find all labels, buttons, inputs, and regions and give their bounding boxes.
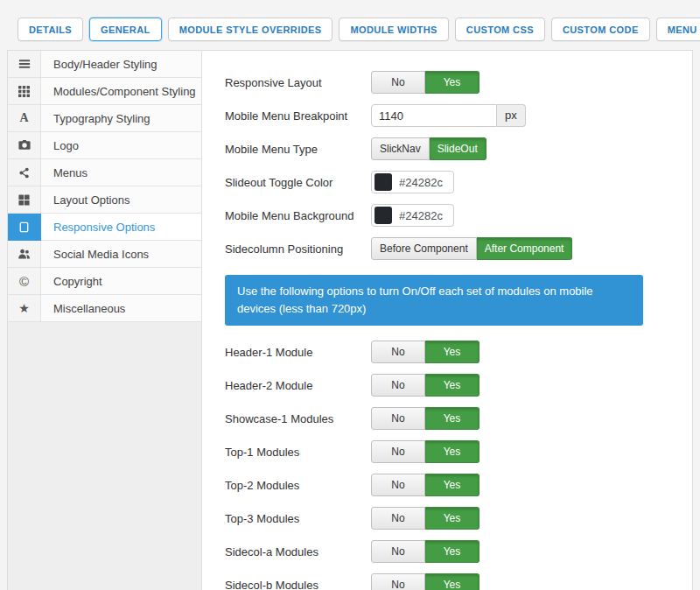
tab-custom-css[interactable]: CUSTOM CSS	[455, 18, 545, 41]
field-row-showcase-1-modules: Showcase-1 ModulesNoYes	[225, 407, 643, 430]
toggle-option-no[interactable]: No	[371, 540, 425, 563]
toggle-option-yes[interactable]: Yes	[425, 440, 480, 463]
sidebar-item-typography-styling[interactable]: ATypography Styling	[8, 105, 201, 132]
color-value: #24282c	[399, 176, 443, 189]
toggle-option-yes[interactable]: Yes	[425, 573, 480, 590]
toggle-option-before-component[interactable]: Before Component	[371, 237, 477, 260]
toggle-option-no[interactable]: No	[371, 341, 425, 363]
slideout-toggle-color-color-field[interactable]: #24282c	[371, 171, 454, 193]
tab-module-widths[interactable]: MODULE WIDTHS	[339, 18, 448, 41]
template-options-card: Body/Header StylingModules/Component Sty…	[7, 50, 693, 590]
field-label: Top-3 Modules	[225, 512, 371, 525]
field-row-top-3-modules: Top-3 ModulesNoYes	[225, 507, 643, 530]
field-row-responsive-layout: Responsive LayoutNoYes	[225, 71, 643, 94]
field-row-header-2-module: Header-2 ModuleNoYes	[225, 374, 643, 397]
sidebar-item-label: Miscellaneous	[41, 295, 201, 322]
field-row-top-1-modules: Top-1 ModulesNoYes	[225, 440, 643, 463]
toggle-option-no[interactable]: No	[371, 374, 425, 397]
field-label: Header-1 Module	[225, 346, 371, 359]
field-row-slideout-toggle-color: Slideout Toggle Color#24282c	[225, 171, 643, 193]
bars-icon	[8, 51, 41, 78]
tablet-icon	[8, 214, 41, 241]
responsive-layout-toggle: NoYes	[371, 71, 480, 94]
camera-icon	[8, 132, 41, 159]
tab-custom-code[interactable]: CUSTOM CODE	[551, 18, 650, 41]
sidebar-item-label: Menus	[41, 159, 201, 186]
share-icon	[8, 159, 41, 186]
sidebar-item-social-media-icons[interactable]: Social Media Icons	[8, 241, 201, 268]
sidecol-b-modules-toggle: NoYes	[371, 573, 480, 590]
top-2-modules-toggle: NoYes	[371, 474, 480, 496]
sidebar-item-copyright[interactable]: ©Copyright	[8, 268, 201, 295]
sidebar-item-label: Social Media Icons	[41, 241, 201, 268]
sidebar-item-menus[interactable]: Menus	[8, 159, 201, 186]
toggle-option-slicknav[interactable]: SlickNav	[371, 137, 430, 160]
toggle-option-no[interactable]: No	[371, 573, 425, 590]
sidebar-item-label: Responsive Options	[41, 214, 201, 241]
info-box: Use the following options to turn On/Off…	[225, 275, 643, 326]
sidebar-item-body-header-styling[interactable]: Body/Header Styling	[8, 51, 201, 78]
toggle-option-yes[interactable]: Yes	[425, 341, 480, 363]
sidebar-item-logo[interactable]: Logo	[8, 132, 201, 159]
toggle-option-yes[interactable]: Yes	[425, 474, 480, 496]
color-value: #24282c	[399, 209, 443, 222]
header-2-module-toggle: NoYes	[371, 374, 480, 397]
field-row-mobile-menu-type: Mobile Menu TypeSlickNavSlideOut	[225, 137, 643, 160]
top-1-modules-toggle: NoYes	[371, 440, 480, 463]
toggle-option-yes[interactable]: Yes	[425, 507, 480, 530]
showcase-1-modules-toggle: NoYes	[371, 407, 480, 430]
top-3-modules-toggle: NoYes	[371, 507, 480, 530]
color-swatch	[374, 207, 392, 224]
unit-addon: px	[497, 104, 526, 127]
field-label: Mobile Menu Type	[225, 143, 371, 156]
mobile-menu-background-color-field[interactable]: #24282c	[371, 204, 454, 227]
field-row-mobile-menu-breakpoint: Mobile Menu Breakpointpx	[225, 104, 643, 127]
mobile-menu-type-toggle: SlickNavSlideOut	[371, 137, 486, 160]
toggle-option-yes[interactable]: Yes	[425, 540, 480, 563]
toggle-option-yes[interactable]: Yes	[425, 71, 480, 94]
color-swatch	[374, 173, 392, 191]
toggle-option-slideout[interactable]: SlideOut	[430, 137, 486, 160]
field-label: Showcase-1 Modules	[225, 412, 371, 425]
sidebar-item-label: Copyright	[41, 268, 201, 295]
sidecol-a-modules-toggle: NoYes	[371, 540, 480, 563]
tab-module-style-overrides[interactable]: MODULE STYLE OVERRIDES	[168, 18, 333, 41]
mobile-menu-breakpoint-input-group: px	[371, 104, 526, 127]
toggle-option-no[interactable]: No	[371, 407, 425, 430]
sidebar-item-label: Layout Options	[41, 186, 201, 214]
toggle-option-yes[interactable]: Yes	[425, 407, 480, 430]
field-label: Mobile Menu Background	[225, 209, 371, 222]
field-label: Mobile Menu Breakpoint	[225, 109, 371, 123]
sidebar-item-layout-options[interactable]: Layout Options	[8, 186, 201, 214]
field-label: Top-1 Modules	[225, 446, 371, 459]
sidebar-item-modules-component-styling[interactable]: Modules/Component Styling	[8, 78, 201, 105]
tab-menu-assignment[interactable]: MENU ASSIGNMENT	[656, 18, 700, 41]
sidecolumn-positioning-toggle: Before ComponentAfter Component	[371, 237, 572, 260]
sidebar-item-label: Body/Header Styling	[41, 51, 201, 78]
tab-general[interactable]: GENERAL	[89, 18, 162, 41]
sidebar-item-label: Logo	[41, 132, 201, 159]
sidebar-item-miscellaneous[interactable]: ★Miscellaneous	[8, 295, 201, 322]
field-row-mobile-menu-background: Mobile Menu Background#24282c	[225, 204, 643, 227]
sidebar-item-label: Modules/Component Styling	[41, 78, 201, 105]
tab-details[interactable]: DETAILS	[18, 18, 83, 41]
toggle-option-after-component[interactable]: After Component	[477, 237, 573, 260]
copyright-icon: ©	[8, 268, 41, 295]
sidebar-item-label: Typography Styling	[41, 105, 201, 132]
toggle-option-no[interactable]: No	[371, 507, 425, 530]
mobile-menu-breakpoint-input[interactable]	[371, 104, 497, 127]
toggle-option-no[interactable]: No	[371, 71, 425, 94]
settings-sidebar: Body/Header StylingModules/Component Sty…	[8, 51, 202, 590]
users-icon	[8, 241, 41, 268]
field-label: Sidecol-b Modules	[225, 579, 371, 590]
field-row-sidecolumn-positioning: Sidecolumn PositioningBefore ComponentAf…	[225, 237, 643, 260]
toggle-option-no[interactable]: No	[371, 474, 425, 496]
toggle-option-yes[interactable]: Yes	[425, 374, 480, 397]
field-row-header-1-module: Header-1 ModuleNoYes	[225, 341, 643, 363]
font-icon: A	[8, 105, 41, 132]
tab-bar: DETAILSGENERALMODULE STYLE OVERRIDESMODU…	[0, 0, 700, 50]
field-row-sidecol-a-modules: Sidecol-a ModulesNoYes	[225, 540, 643, 563]
sidebar-item-responsive-options[interactable]: Responsive Options	[8, 214, 201, 241]
toggle-option-no[interactable]: No	[371, 440, 425, 463]
settings-panel: Responsive LayoutNoYesMobile Menu Breakp…	[202, 51, 692, 590]
